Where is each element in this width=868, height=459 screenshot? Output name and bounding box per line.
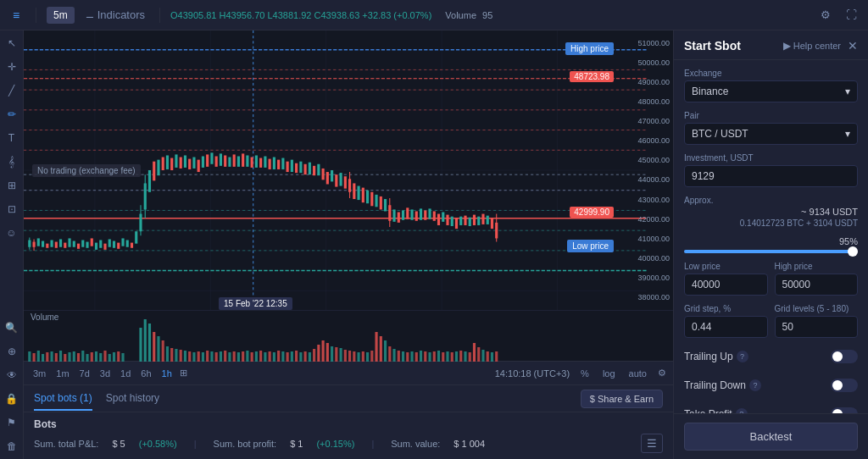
- svg-rect-49: [86, 242, 88, 248]
- svg-rect-48: [81, 241, 84, 247]
- svg-rect-98: [295, 163, 298, 173]
- svg-rect-133: [442, 213, 444, 222]
- svg-rect-43: [59, 239, 62, 246]
- svg-rect-220: [366, 352, 369, 362]
- emoji-tool[interactable]: ☺: [3, 224, 21, 242]
- menu-icon[interactable]: ≡: [7, 6, 25, 25]
- tab-spot-history[interactable]: Spot history: [106, 387, 159, 411]
- volume-section: Volume: [24, 310, 673, 361]
- svg-rect-245: [477, 347, 480, 362]
- timeframe-button[interactable]: 5m: [47, 7, 75, 24]
- svg-rect-89: [255, 155, 258, 167]
- svg-rect-186: [215, 352, 218, 362]
- sum-pnl-value: $ 5: [112, 439, 125, 449]
- svg-rect-161: [91, 352, 93, 362]
- text-tool[interactable]: T: [3, 129, 21, 147]
- slider-thumb[interactable]: [848, 246, 858, 257]
- tab-content: Bots Sum. total P&L: $ 5 (+0.58%) | Sum.…: [24, 412, 673, 459]
- cursor-tool[interactable]: ↖: [3, 34, 21, 53]
- svg-rect-125: [406, 207, 409, 218]
- help-center-link[interactable]: ▶ Help center: [783, 40, 841, 52]
- current-price-badge: 42999.90: [570, 207, 614, 218]
- svg-rect-105: [326, 172, 329, 184]
- svg-rect-176: [170, 348, 173, 362]
- grid-row: Grid step, % Grid levels (5 - 180): [684, 304, 858, 338]
- svg-rect-128: [420, 208, 422, 219]
- low-price-input[interactable]: [684, 274, 768, 296]
- trash-tool[interactable]: 🗑: [3, 437, 21, 456]
- grid-step-input[interactable]: [684, 316, 768, 338]
- slider-track[interactable]: [684, 250, 858, 253]
- svg-rect-44: [64, 243, 66, 248]
- exchange-select[interactable]: Binance ▾: [684, 80, 858, 102]
- svg-rect-235: [433, 351, 436, 362]
- svg-rect-153: [55, 353, 58, 362]
- share-earn-button[interactable]: $ Share & Earn: [581, 390, 663, 408]
- zoom-in-tool[interactable]: 🔍: [3, 318, 21, 337]
- svg-rect-158: [77, 353, 80, 362]
- svg-rect-79: [210, 152, 213, 163]
- investment-input[interactable]: [684, 165, 858, 187]
- trailing-down-info[interactable]: ?: [749, 379, 761, 391]
- fibonacci-tool[interactable]: 𝄞: [3, 152, 21, 171]
- settings-button[interactable]: ⚙: [816, 6, 835, 24]
- chart-settings-button[interactable]: ⚙: [658, 368, 666, 379]
- backtest-button[interactable]: Backtest: [684, 423, 858, 451]
- svg-rect-42: [55, 242, 58, 248]
- svg-rect-53: [103, 244, 106, 250]
- tf-1d[interactable]: 1d: [118, 368, 133, 379]
- tf-3m[interactable]: 3m: [31, 368, 48, 379]
- trailing-up-info[interactable]: ?: [737, 351, 748, 362]
- svg-rect-99: [299, 162, 302, 173]
- grid-levels-input[interactable]: [775, 316, 859, 338]
- svg-rect-174: [162, 340, 164, 362]
- chart-main[interactable]: 51000.00 50000.00 49000.00 48000.00 4700…: [24, 30, 673, 310]
- log-toggle[interactable]: log: [600, 368, 618, 379]
- high-price-input[interactable]: [775, 274, 859, 296]
- tab-spot-bots[interactable]: Spot bots (1): [34, 387, 92, 411]
- tf-7d[interactable]: 7d: [77, 368, 92, 379]
- tf-1m[interactable]: 1m: [53, 368, 71, 379]
- approx-main: ~ 9134 USDT: [684, 207, 858, 217]
- approx-detail: 0.14012723 BTC + 3104 USDT: [684, 218, 858, 228]
- svg-rect-91: [264, 157, 266, 168]
- svg-rect-104: [322, 169, 325, 180]
- visibility-tool[interactable]: 👁: [3, 366, 21, 384]
- trendline-tool[interactable]: ╱: [3, 81, 21, 100]
- tf-1h[interactable]: 1h: [159, 368, 175, 379]
- close-button[interactable]: ✕: [848, 39, 858, 53]
- pair-label: Pair: [684, 111, 858, 120]
- trailing-up-toggle[interactable]: [831, 350, 858, 363]
- svg-rect-51: [95, 243, 97, 250]
- trailing-down-toggle[interactable]: [831, 379, 858, 392]
- tf-3d[interactable]: 3d: [97, 368, 113, 379]
- pct-toggle[interactable]: %: [578, 368, 592, 379]
- svg-rect-60: [135, 231, 137, 243]
- tf-6h[interactable]: 6h: [138, 368, 153, 379]
- pair-select[interactable]: BTC / USDT ▾: [684, 123, 858, 145]
- take-profit-toggle[interactable]: [831, 407, 858, 413]
- alert-tool[interactable]: ⚑: [3, 413, 21, 432]
- svg-rect-132: [437, 214, 440, 225]
- bots-settings-button[interactable]: ☰: [641, 434, 663, 453]
- svg-rect-50: [91, 238, 93, 246]
- compare-button[interactable]: ⊞: [180, 368, 187, 379]
- magnet-tool[interactable]: ⊕: [3, 342, 21, 361]
- auto-toggle[interactable]: auto: [626, 368, 649, 379]
- draw-tool[interactable]: ✏: [3, 105, 21, 124]
- fullscreen-button[interactable]: ⛶: [842, 6, 861, 24]
- price-48723-badge: 48723.98: [570, 71, 614, 82]
- svg-rect-191: [237, 352, 240, 362]
- pattern-tool[interactable]: ⊞: [3, 176, 21, 195]
- indicators-button[interactable]: ⚊ Indicators: [81, 6, 149, 24]
- investment-slider: 95%: [684, 236, 858, 253]
- svg-rect-202: [287, 352, 289, 362]
- svg-rect-205: [299, 352, 302, 362]
- separator-stat: |: [194, 439, 197, 449]
- lock-tool[interactable]: 🔒: [3, 390, 21, 408]
- svg-rect-185: [210, 351, 213, 362]
- crosshair-tool[interactable]: ✛: [3, 58, 21, 76]
- svg-rect-137: [459, 217, 462, 225]
- measure-tool[interactable]: ⊡: [3, 200, 21, 218]
- svg-rect-213: [335, 347, 337, 362]
